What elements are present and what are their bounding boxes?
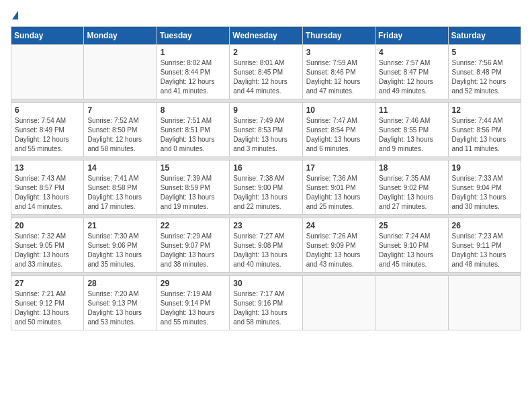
calendar-day: 3Sunrise: 7:59 AM Sunset: 8:46 PM Daylig… xyxy=(302,45,375,99)
calendar-day: 24Sunrise: 7:26 AM Sunset: 9:09 PM Dayli… xyxy=(302,218,375,273)
day-content: Sunrise: 7:51 AM Sunset: 8:51 PM Dayligh… xyxy=(161,116,226,154)
calendar-day: 19Sunrise: 7:33 AM Sunset: 9:04 PM Dayli… xyxy=(448,161,521,215)
calendar-day: 17Sunrise: 7:36 AM Sunset: 9:01 PM Dayli… xyxy=(302,161,375,215)
day-number: 16 xyxy=(233,163,298,173)
day-content: Sunrise: 8:01 AM Sunset: 8:45 PM Dayligh… xyxy=(233,58,298,96)
calendar-week-5: 27Sunrise: 7:21 AM Sunset: 9:12 PM Dayli… xyxy=(11,276,521,330)
day-number: 20 xyxy=(15,221,80,230)
calendar-day: 5Sunrise: 7:56 AM Sunset: 8:48 PM Daylig… xyxy=(448,45,521,99)
day-number: 6 xyxy=(15,105,80,115)
day-content: Sunrise: 7:57 AM Sunset: 8:47 PM Dayligh… xyxy=(379,58,444,96)
calendar-day xyxy=(11,45,84,99)
logo xyxy=(11,11,18,19)
calendar-day: 30Sunrise: 7:17 AM Sunset: 9:16 PM Dayli… xyxy=(230,276,302,330)
calendar-day xyxy=(84,45,157,99)
calendar-day: 28Sunrise: 7:20 AM Sunset: 9:13 PM Dayli… xyxy=(84,276,157,330)
day-header-monday: Monday xyxy=(84,27,157,45)
day-number: 12 xyxy=(452,105,517,115)
calendar-header-row: SundayMondayTuesdayWednesdayThursdayFrid… xyxy=(11,27,521,45)
calendar-day: 15Sunrise: 7:39 AM Sunset: 8:59 PM Dayli… xyxy=(157,161,229,215)
day-content: Sunrise: 7:59 AM Sunset: 8:46 PM Dayligh… xyxy=(306,58,371,96)
day-number: 21 xyxy=(87,221,152,230)
day-content: Sunrise: 7:32 AM Sunset: 9:05 PM Dayligh… xyxy=(15,232,80,269)
calendar-week-2: 6Sunrise: 7:54 AM Sunset: 8:49 PM Daylig… xyxy=(11,103,521,157)
calendar-day: 4Sunrise: 7:57 AM Sunset: 8:47 PM Daylig… xyxy=(375,45,448,99)
day-content: Sunrise: 7:39 AM Sunset: 8:59 PM Dayligh… xyxy=(161,174,226,212)
calendar-day xyxy=(302,276,375,330)
day-number: 24 xyxy=(306,221,371,230)
day-content: Sunrise: 7:36 AM Sunset: 9:01 PM Dayligh… xyxy=(306,174,371,212)
day-number: 13 xyxy=(15,163,80,173)
calendar-day: 6Sunrise: 7:54 AM Sunset: 8:49 PM Daylig… xyxy=(11,103,84,157)
day-number: 27 xyxy=(15,279,80,288)
day-content: Sunrise: 7:46 AM Sunset: 8:55 PM Dayligh… xyxy=(379,116,444,154)
day-content: Sunrise: 7:20 AM Sunset: 9:13 PM Dayligh… xyxy=(87,289,152,327)
day-number: 9 xyxy=(233,105,298,115)
day-number: 1 xyxy=(161,48,226,57)
day-header-friday: Friday xyxy=(375,27,448,45)
calendar-day: 18Sunrise: 7:35 AM Sunset: 9:02 PM Dayli… xyxy=(375,161,448,215)
calendar-day: 22Sunrise: 7:29 AM Sunset: 9:07 PM Dayli… xyxy=(157,218,229,273)
calendar-week-1: 1Sunrise: 8:02 AM Sunset: 8:44 PM Daylig… xyxy=(11,45,521,99)
day-number: 8 xyxy=(161,105,226,115)
day-number: 15 xyxy=(161,163,226,173)
calendar-day: 10Sunrise: 7:47 AM Sunset: 8:54 PM Dayli… xyxy=(302,103,375,157)
day-number: 10 xyxy=(306,105,371,115)
day-number: 29 xyxy=(161,279,226,288)
day-number: 23 xyxy=(233,221,298,230)
day-number: 22 xyxy=(161,221,226,230)
calendar-day xyxy=(448,276,521,330)
calendar-day: 11Sunrise: 7:46 AM Sunset: 8:55 PM Dayli… xyxy=(375,103,448,157)
day-header-wednesday: Wednesday xyxy=(230,27,302,45)
day-number: 5 xyxy=(452,48,517,57)
day-content: Sunrise: 7:52 AM Sunset: 8:50 PM Dayligh… xyxy=(87,116,152,154)
calendar-week-3: 13Sunrise: 7:43 AM Sunset: 8:57 PM Dayli… xyxy=(11,161,521,215)
day-number: 11 xyxy=(379,105,444,115)
day-header-tuesday: Tuesday xyxy=(157,27,229,45)
day-content: Sunrise: 7:30 AM Sunset: 9:06 PM Dayligh… xyxy=(87,232,152,269)
day-content: Sunrise: 7:26 AM Sunset: 9:09 PM Dayligh… xyxy=(306,232,371,269)
day-number: 25 xyxy=(379,221,444,230)
day-header-saturday: Saturday xyxy=(448,27,521,45)
day-content: Sunrise: 7:17 AM Sunset: 9:16 PM Dayligh… xyxy=(233,289,298,327)
page-header xyxy=(11,11,521,19)
calendar-day: 20Sunrise: 7:32 AM Sunset: 9:05 PM Dayli… xyxy=(11,218,84,273)
day-number: 28 xyxy=(87,279,152,288)
day-content: Sunrise: 7:44 AM Sunset: 8:56 PM Dayligh… xyxy=(452,116,517,154)
calendar-day: 7Sunrise: 7:52 AM Sunset: 8:50 PM Daylig… xyxy=(84,103,157,157)
calendar-day: 13Sunrise: 7:43 AM Sunset: 8:57 PM Dayli… xyxy=(11,161,84,215)
day-number: 3 xyxy=(306,48,371,57)
calendar-day: 29Sunrise: 7:19 AM Sunset: 9:14 PM Dayli… xyxy=(157,276,229,330)
day-content: Sunrise: 7:38 AM Sunset: 9:00 PM Dayligh… xyxy=(233,174,298,212)
day-number: 2 xyxy=(233,48,298,57)
calendar-day: 9Sunrise: 7:49 AM Sunset: 8:53 PM Daylig… xyxy=(230,103,302,157)
day-content: Sunrise: 7:24 AM Sunset: 9:10 PM Dayligh… xyxy=(379,232,444,269)
calendar-day: 2Sunrise: 8:01 AM Sunset: 8:45 PM Daylig… xyxy=(230,45,302,99)
day-content: Sunrise: 7:29 AM Sunset: 9:07 PM Dayligh… xyxy=(161,232,226,269)
day-content: Sunrise: 7:19 AM Sunset: 9:14 PM Dayligh… xyxy=(161,289,226,327)
calendar-day: 27Sunrise: 7:21 AM Sunset: 9:12 PM Dayli… xyxy=(11,276,84,330)
day-content: Sunrise: 7:27 AM Sunset: 9:08 PM Dayligh… xyxy=(233,232,298,269)
day-content: Sunrise: 8:02 AM Sunset: 8:44 PM Dayligh… xyxy=(161,58,226,96)
day-number: 14 xyxy=(87,163,152,173)
calendar-day: 1Sunrise: 8:02 AM Sunset: 8:44 PM Daylig… xyxy=(157,45,229,99)
day-header-sunday: Sunday xyxy=(11,27,84,45)
day-content: Sunrise: 7:41 AM Sunset: 8:58 PM Dayligh… xyxy=(87,174,152,212)
day-content: Sunrise: 7:43 AM Sunset: 8:57 PM Dayligh… xyxy=(15,174,80,212)
logo-triangle-icon xyxy=(12,11,18,19)
calendar-day xyxy=(375,276,448,330)
day-header-thursday: Thursday xyxy=(302,27,375,45)
calendar-day: 21Sunrise: 7:30 AM Sunset: 9:06 PM Dayli… xyxy=(84,218,157,273)
day-number: 30 xyxy=(233,279,298,288)
day-number: 18 xyxy=(379,163,444,173)
day-content: Sunrise: 7:21 AM Sunset: 9:12 PM Dayligh… xyxy=(15,289,80,327)
day-number: 17 xyxy=(306,163,371,173)
day-content: Sunrise: 7:47 AM Sunset: 8:54 PM Dayligh… xyxy=(306,116,371,154)
day-content: Sunrise: 7:56 AM Sunset: 8:48 PM Dayligh… xyxy=(452,58,517,96)
calendar-day: 12Sunrise: 7:44 AM Sunset: 8:56 PM Dayli… xyxy=(448,103,521,157)
day-content: Sunrise: 7:35 AM Sunset: 9:02 PM Dayligh… xyxy=(379,174,444,212)
calendar-day: 16Sunrise: 7:38 AM Sunset: 9:00 PM Dayli… xyxy=(230,161,302,215)
day-number: 19 xyxy=(452,163,517,173)
day-content: Sunrise: 7:54 AM Sunset: 8:49 PM Dayligh… xyxy=(15,116,80,154)
calendar-day: 26Sunrise: 7:23 AM Sunset: 9:11 PM Dayli… xyxy=(448,218,521,273)
